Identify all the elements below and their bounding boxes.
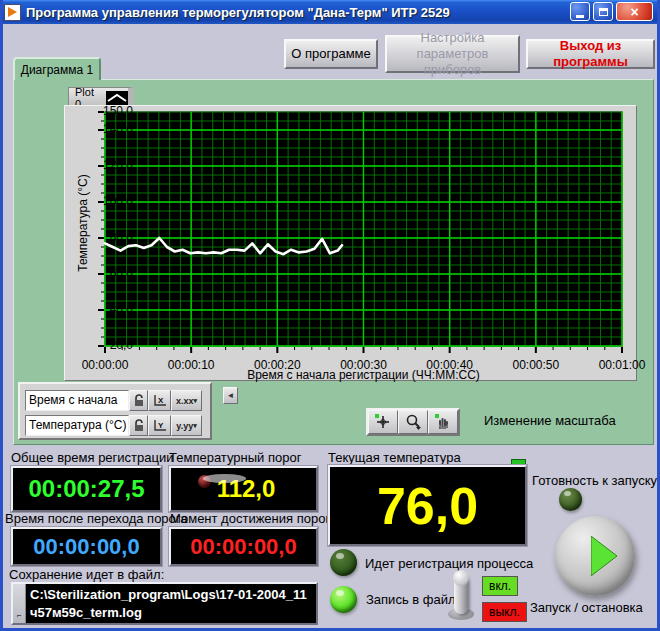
maximize-button[interactable] [593, 2, 613, 21]
svg-text:X: X [158, 396, 164, 405]
graph-palette [366, 408, 460, 436]
x-axis-icon: X [153, 394, 167, 407]
pan-tool-button[interactable] [428, 410, 458, 434]
y-scale-lock-button[interactable] [129, 415, 148, 436]
title-bar: Программа управления терморегулятором "Д… [0, 0, 660, 24]
threshold-moment-display: 00:00:00,0 [169, 527, 318, 566]
palette-caption: Изменение масштаба [484, 413, 616, 428]
write-file-led [330, 586, 357, 613]
path-type-icon: ⌐ [13, 584, 26, 623]
y-tick-label: 100,0 [91, 194, 133, 208]
start-stop-button[interactable] [555, 516, 635, 596]
y-autoscale-button[interactable]: Y [148, 415, 171, 436]
threshold-display[interactable]: 112,0 [169, 466, 318, 512]
magnifier-icon [404, 413, 422, 431]
time-after-threshold-value: 00:00:00,0 [33, 534, 139, 560]
y-tick-label: 120,0 [91, 158, 133, 172]
lock-open-icon [134, 394, 144, 407]
y-tick-label: 140,0 [91, 122, 133, 136]
svg-text:Y: Y [158, 421, 164, 430]
zoom-tool-button[interactable] [398, 410, 428, 434]
minimize-button[interactable] [570, 2, 590, 21]
write-file-toggle[interactable] [444, 568, 480, 622]
threshold-moment-value: 00:00:00,0 [190, 534, 296, 560]
total-time-display: 00:00:27,5 [11, 466, 162, 512]
registration-led [330, 549, 357, 576]
scale-legend: Время с начала X x.xx▾ Температура (°C) … [18, 382, 212, 440]
window-title: Программа управления терморегулятором "Д… [26, 5, 450, 20]
total-time-label: Общее время регистрации [11, 450, 173, 465]
x-axis-label: Время с начала регистрации (ЧЧ:ММ:СС) [105, 368, 622, 382]
x-scale-lock-button[interactable] [129, 390, 148, 411]
log-file-path-box[interactable]: ⌐ C:\Sterilization_program\Logs\17-01-20… [11, 582, 318, 625]
crosshair-icon [374, 413, 392, 431]
threshold-label: Температурный порог [169, 450, 301, 465]
x-format-button[interactable]: x.xx▾ [171, 390, 202, 411]
current-temperature-display: 76,0 [328, 465, 527, 546]
diagram-panel: Plot 0 Температура (°C) 150,0140,0120,01… [13, 79, 654, 445]
ready-led [559, 488, 582, 511]
about-button[interactable]: О программе [284, 39, 378, 69]
exit-button[interactable]: Выход из программы [526, 39, 655, 69]
y-axis-icon: Y [153, 419, 167, 432]
y-scale-name-field[interactable]: Температура (°C) [25, 415, 129, 436]
y-axis-label: Температура (°C) [76, 113, 90, 333]
device-settings-button[interactable]: Настройка параметров приборов [385, 35, 520, 73]
lock-open-icon [134, 419, 144, 432]
tab-diagram-1[interactable]: Диаграмма 1 [13, 57, 101, 80]
current-temperature-label: Текущая температура [328, 450, 461, 465]
y-tick-label: 20,0 [91, 338, 133, 352]
x-scale-name-field[interactable]: Время с начала [25, 390, 129, 411]
plot-line-sample-icon [106, 91, 128, 105]
threshold-moment-label: Момент достижения порога [170, 511, 337, 526]
toggle-off-label: выкл. [482, 602, 527, 622]
y-tick-label: 80,0 [91, 230, 133, 244]
threshold-led [198, 475, 211, 488]
y-tick-label: 150,0 [91, 104, 133, 118]
save-file-label: Сохранение идет в файл: [9, 567, 164, 582]
time-after-threshold-display: 00:00:00,0 [11, 527, 162, 566]
app-window: Программа управления терморегулятором "Д… [0, 0, 660, 631]
ready-label: Готовность к запуску [532, 473, 657, 488]
time-after-threshold-label: Время после перехода порога [5, 511, 188, 526]
hand-icon [434, 413, 452, 431]
play-icon [591, 536, 621, 576]
x-autoscale-button[interactable]: X [148, 390, 171, 411]
toggle-on-label: вкл. [482, 576, 518, 596]
start-stop-label: Запуск / остановка [530, 600, 643, 615]
cursor-tool-button[interactable] [368, 410, 398, 434]
waveform-chart[interactable]: Температура (°C) 150,0140,0120,0100,080,… [64, 105, 637, 381]
close-button[interactable]: × [616, 2, 653, 21]
scale-legend-scroll-button[interactable]: ◄ [223, 387, 238, 404]
total-time-value: 00:00:27,5 [28, 475, 144, 503]
log-file-path: C:\Sterilization_program\Logs\17-01-2004… [26, 584, 316, 623]
app-icon [4, 4, 21, 21]
current-temperature-value: 76,0 [377, 476, 478, 536]
y-tick-label: 40,0 [91, 302, 133, 316]
write-file-label: Запись в файл [366, 592, 456, 607]
y-tick-label: 60,0 [91, 266, 133, 280]
y-format-button[interactable]: y.yy▾ [171, 415, 202, 436]
plot-area: 150,0140,0120,0100,080,060,040,020,000:0… [97, 110, 630, 360]
